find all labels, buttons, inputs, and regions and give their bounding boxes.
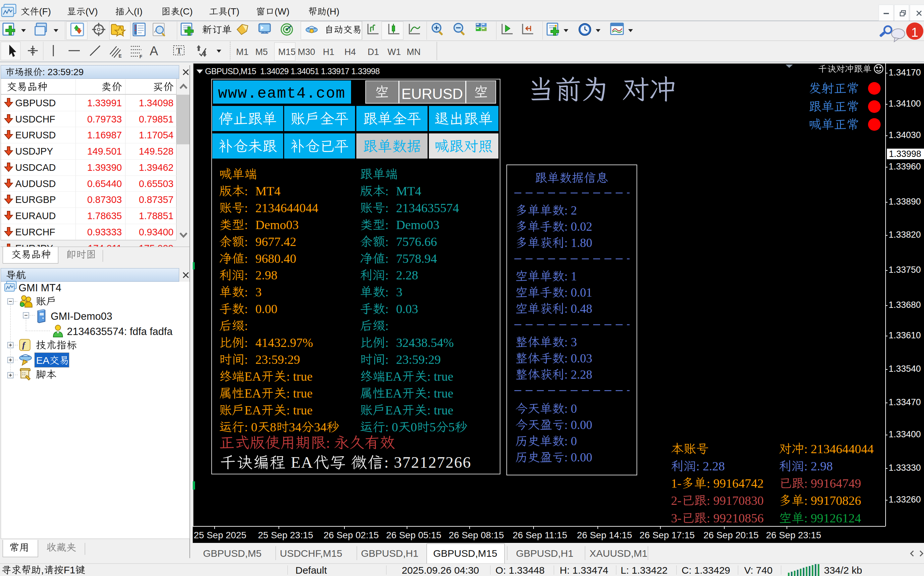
svg-text:0.03: 0.03 (396, 302, 418, 316)
svg-text::: : (244, 218, 248, 231)
svg-text:: 0.01: : 0.01 (564, 286, 592, 299)
svg-text:: 3: : 3 (564, 335, 577, 349)
svg-text:: true: : true (427, 369, 453, 383)
svg-text:Demo03: Demo03 (255, 218, 299, 231)
svg-text:: 99210856: : 99210856 (707, 511, 764, 525)
svg-text:2134635574: 2134635574 (396, 201, 459, 214)
svg-text:: 2: : 2 (564, 203, 577, 217)
svg-text::: : (326, 434, 334, 451)
svg-text::: : (385, 251, 389, 265)
svg-text:5: 5 (429, 420, 436, 434)
svg-text:F1: F1 (64, 565, 75, 575)
svg-text:: true: : true (287, 369, 313, 383)
svg-text::: : (244, 285, 248, 299)
svg-text:: 0.03: : 0.03 (564, 352, 592, 365)
svg-text::: : (244, 234, 248, 248)
svg-text::: : (385, 285, 389, 299)
svg-text:7576.66: 7576.66 (396, 234, 437, 248)
svg-text:2-: 2- (671, 494, 682, 507)
svg-text:34: 34 (314, 420, 327, 434)
svg-text:F: F (139, 54, 143, 59)
svg-text:23:59:29: 23:59:29 (396, 352, 441, 366)
svg-text:T: T (176, 46, 182, 56)
svg-text:(F): (F) (39, 6, 51, 16)
svg-text:5: 5 (448, 420, 455, 434)
svg-text:: 2.28: : 2.28 (564, 368, 592, 381)
svg-text:EA: EA (385, 386, 402, 400)
svg-text::: : (244, 352, 248, 366)
svg-text:32438.54%: 32438.54% (396, 336, 454, 350)
svg-text::: : (385, 201, 389, 214)
svg-text:: 99164749: : 99164749 (804, 476, 861, 490)
svg-text::: : (244, 319, 248, 333)
svg-text:: true: : true (427, 403, 453, 417)
svg-text::: : (385, 302, 389, 316)
svg-text:: 0: : 0 (244, 420, 257, 434)
svg-text:: 2.98: : 2.98 (804, 459, 833, 473)
svg-text:8: 8 (270, 420, 276, 434)
svg-text:EA: EA (244, 403, 261, 417)
svg-text::: : (244, 268, 248, 282)
svg-text:3-: 3- (671, 511, 682, 525)
svg-text:: 0.02: : 0.02 (564, 220, 592, 234)
svg-text:EA: EA (36, 355, 50, 366)
svg-text:: 99164742: : 99164742 (707, 476, 764, 490)
svg-text:MT4: MT4 (255, 184, 280, 198)
svg-text:: 0.00: : 0.00 (564, 451, 592, 464)
svg-text:34: 34 (289, 420, 301, 434)
svg-text:3: 3 (255, 285, 262, 299)
svg-text:: 99170826: : 99170826 (804, 494, 861, 507)
svg-text:EA: EA (385, 369, 402, 383)
svg-text:1-: 1- (671, 476, 682, 490)
svg-text:Demo03: Demo03 (396, 218, 439, 231)
svg-text:9680.40: 9680.40 (255, 251, 296, 265)
svg-text:: 2134644044: : 2134644044 (804, 442, 874, 456)
svg-text::: : (244, 302, 248, 316)
svg-text:2134644044: 2134644044 (255, 201, 318, 214)
svg-text:(T): (T) (227, 6, 239, 16)
svg-text:(V): (V) (85, 6, 98, 16)
svg-text:,: , (41, 565, 44, 575)
svg-text:EA: EA (244, 369, 261, 383)
svg-text:2.28: 2.28 (396, 268, 418, 282)
svg-text:: true: : true (287, 386, 313, 400)
svg-text::: : (244, 201, 248, 214)
svg-text::: : (385, 268, 389, 282)
svg-text:(I): (I) (134, 6, 143, 16)
svg-text:23:59:29: 23:59:29 (255, 352, 300, 366)
svg-text::: : (385, 352, 389, 366)
svg-text:: 99126124: : 99126124 (804, 511, 861, 525)
svg-text:: 1: : 1 (564, 269, 577, 283)
svg-text:MT4: MT4 (396, 184, 421, 198)
svg-text:: true: : true (427, 386, 453, 400)
svg-text:: 0: : 0 (564, 402, 577, 416)
svg-text:EA: EA (286, 453, 313, 471)
svg-text:9677.42: 9677.42 (255, 234, 296, 248)
svg-text:: 23:59:29: : 23:59:29 (42, 67, 84, 77)
svg-text:(W): (W) (275, 6, 290, 16)
svg-text:2.98: 2.98 (255, 268, 277, 282)
svg-text:3: 3 (396, 285, 402, 299)
svg-text::: : (244, 336, 248, 350)
svg-text:: true: : true (287, 403, 313, 417)
svg-text:(C): (C) (180, 6, 193, 16)
svg-text:41432.97%: 41432.97% (255, 336, 313, 350)
svg-text:: 0: : 0 (385, 420, 398, 434)
svg-text::: : (244, 184, 248, 198)
svg-text:: 2.28: : 2.28 (696, 459, 725, 473)
svg-text::: : (385, 319, 389, 333)
svg-text:(H): (H) (327, 6, 339, 16)
svg-text:: 0: : 0 (564, 434, 577, 448)
svg-text:: 372127266: : 372127266 (384, 453, 471, 471)
svg-text::: : (244, 251, 248, 265)
svg-text:: 1.80: : 1.80 (564, 236, 592, 250)
svg-text:: 0.00: : 0.00 (564, 418, 592, 432)
svg-text::: : (385, 336, 389, 350)
svg-text:0.00: 0.00 (255, 302, 277, 316)
svg-text:E: E (119, 53, 122, 59)
svg-text:: 0.48: : 0.48 (564, 302, 592, 315)
svg-text:7578.94: 7578.94 (396, 251, 437, 265)
svg-text:: 99170830: : 99170830 (707, 494, 764, 507)
svg-text:EA: EA (385, 403, 402, 417)
svg-text:0: 0 (411, 420, 417, 434)
